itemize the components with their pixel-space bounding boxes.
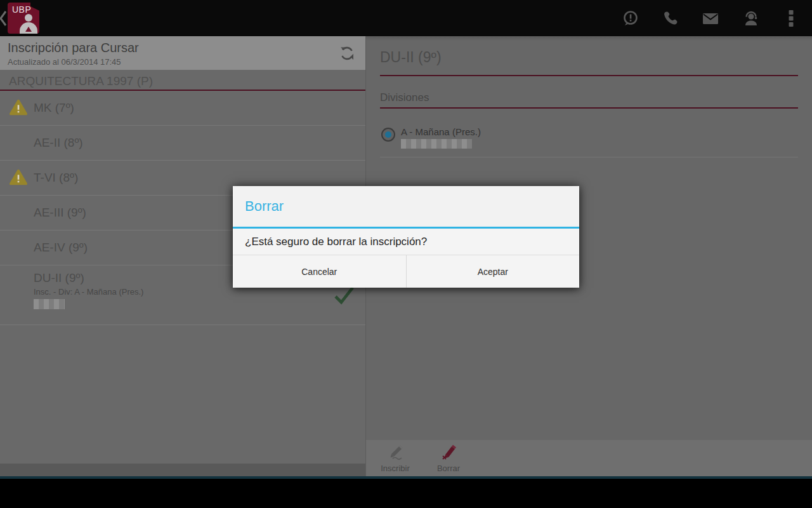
ok-status-icon	[9, 238, 28, 257]
overflow-menu-icon[interactable]	[787, 10, 796, 27]
list-item-mk[interactable]: MK (7º)	[0, 91, 365, 126]
list-item-subtitle: Insc. - Div: A - Mañana (Pres.)	[34, 287, 143, 297]
action-bar: UBP	[0, 0, 812, 36]
redacted-text-block	[401, 139, 472, 149]
division-option-row[interactable]: A - Mañana (Pres.)	[381, 126, 812, 149]
left-panel-footer-strip	[0, 464, 365, 476]
list-item-label: T-VI (8º)	[34, 171, 78, 185]
dialog-title: Borrar	[233, 186, 579, 227]
warning-icon	[9, 168, 28, 187]
accept-button[interactable]: Aceptar	[407, 255, 580, 288]
left-panel-title: Inscripción para Cursar	[8, 41, 358, 55]
dialog-message: ¿Está seguro de borrar la inscripción?	[233, 229, 579, 255]
list-item-label: AE-III (9º)	[34, 206, 86, 220]
screen: UBP	[0, 0, 812, 508]
divider	[380, 157, 798, 157]
radio-button-selected[interactable]	[381, 128, 395, 142]
selected-check-icon	[332, 286, 355, 306]
cancel-button[interactable]: Cancelar	[233, 255, 407, 288]
app-logo[interactable]: UBP	[8, 3, 39, 34]
borrar-label: Borrar	[437, 464, 460, 473]
career-section-header: ARQUITECTURA 1997 (P)	[0, 70, 365, 91]
inscribir-button[interactable]: Inscribir	[369, 440, 422, 476]
confirm-delete-dialog: Borrar ¿Está seguro de borrar la inscrip…	[233, 186, 579, 288]
warning-icon	[9, 98, 28, 117]
list-item-label: AE-II (8º)	[34, 136, 83, 150]
last-updated-text: Actualizado al 06/3/2014 17:45	[8, 57, 358, 67]
borrar-button[interactable]: Borrar	[422, 440, 475, 476]
system-navigation-bar: 14° 17:45	[0, 479, 812, 508]
bottom-action-bar: Inscribir Borrar	[366, 440, 812, 476]
dialog-button-bar: Cancelar Aceptar	[233, 255, 579, 288]
divisions-section-header: Divisiones	[380, 91, 798, 109]
ok-status-icon	[9, 280, 28, 299]
ok-status-icon	[9, 203, 28, 222]
ok-status-icon	[9, 133, 28, 152]
phone-icon[interactable]	[662, 10, 679, 27]
division-option-label: A - Mañana (Pres.)	[401, 126, 481, 137]
inscribir-label: Inscribir	[381, 464, 410, 473]
mail-icon[interactable]	[702, 10, 719, 27]
pencil-icon	[386, 443, 405, 462]
support-contact-icon[interactable]	[742, 10, 760, 27]
detail-title: DU-II (9º)	[380, 49, 798, 76]
list-item-label: DU-II (9º)	[34, 271, 143, 285]
alerts-icon[interactable]	[622, 10, 639, 27]
delete-pencil-icon	[439, 443, 458, 462]
app-logo-text: UBP	[12, 4, 31, 15]
refresh-icon[interactable]	[339, 45, 355, 62]
left-panel-header: Inscripción para Cursar Actualizado al 0…	[0, 36, 365, 70]
redacted-text-block	[34, 299, 65, 309]
list-item-label: AE-IV (9º)	[34, 241, 88, 255]
back-chevron-icon[interactable]	[0, 10, 8, 29]
logo-person-icon	[25, 14, 32, 22]
list-item-label: MK (7º)	[34, 101, 74, 115]
list-item-ae2[interactable]: AE-II (8º)	[0, 126, 365, 161]
